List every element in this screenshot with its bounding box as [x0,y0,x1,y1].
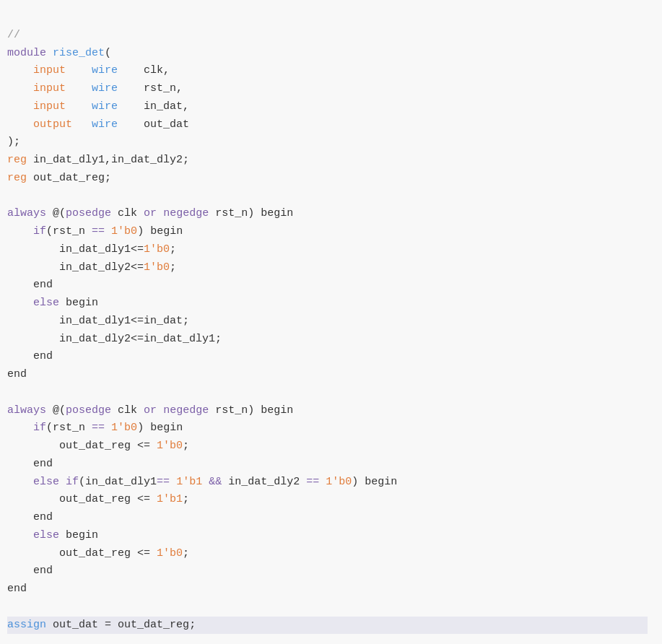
line-end-3: end [7,458,53,470]
line-end-1: end [7,279,53,291]
line-if-rst-1: if(rst_n == 1'b0) begin [7,225,183,238]
line-comment: // [7,29,20,41]
code-block: // module rise_det( input wire clk, inpu… [0,6,662,644]
line-input-in-dat: input wire in_dat, [7,100,189,113]
line-if-rst-2: if(rst_n == 1'b0) begin [7,422,183,434]
line-output-out-dat: output wire out_dat [7,118,189,131]
line-end-4: end [7,511,53,523]
line-input-clk: input wire clk, [7,64,170,77]
line-paren-close: ); [7,136,20,148]
line-assign-outreg-0b: out_dat_reg <= 1'b0; [7,547,189,560]
line-end-5: end [7,565,53,577]
line-always-1: always @(posedge clk or negedge rst_n) b… [7,207,293,219]
line-assign-dly1-0: in_dat_dly1<=1'b0; [7,243,176,256]
line-end-always-2: end [7,583,27,595]
line-module: module rise_det( [7,47,111,59]
line-reg-out: reg out_dat_reg; [7,172,111,184]
line-assign-dly2-dly1: in_dat_dly2<=in_dat_dly1; [7,333,222,345]
line-input-rst: input wire rst_n, [7,82,183,95]
line-assign-outreg-0a: out_dat_reg <= 1'b0; [7,440,189,452]
line-assign-outreg-1: out_dat_reg <= 1'b1; [7,493,189,505]
line-else-begin-2: else begin [7,529,98,541]
line-end-2: end [7,350,53,362]
line-else-if: else if(in_dat_dly1== 1'b1 && in_dat_dly… [7,476,397,488]
line-else-begin-1: else begin [7,297,98,309]
line-assign-dly1-dat: in_dat_dly1<=in_dat; [7,315,189,327]
line-always-2: always @(posedge clk or negedge rst_n) b… [7,404,293,417]
line-end-always-1: end [7,368,27,380]
line-assign-dly2-0: in_dat_dly2<=1'b0; [7,261,176,274]
line-reg-dly: reg in_dat_dly1,in_dat_dly2; [7,154,189,166]
code-container: // module rise_det( input wire clk, inpu… [0,0,662,644]
line-assign: assign out_dat = out_dat_reg; [7,617,648,635]
